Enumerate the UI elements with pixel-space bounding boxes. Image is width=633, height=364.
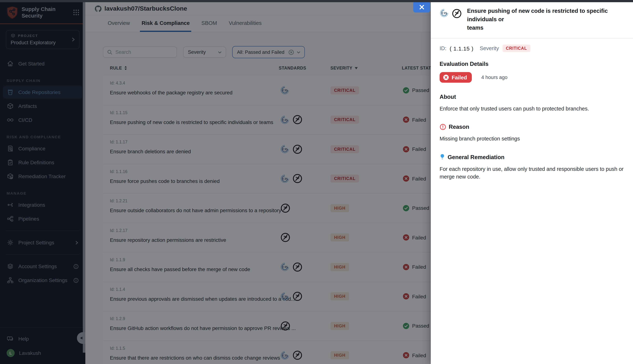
about-heading: About	[440, 94, 624, 100]
failed-status-badge: Failed	[440, 72, 472, 83]
alert-circle-icon	[440, 124, 446, 130]
remediation-text: For each repository in use, allow only t…	[440, 165, 624, 181]
rule-detail-drawer: CIS Ensure pushing of new code is restri…	[431, 0, 633, 364]
id-label: ID:	[440, 45, 446, 51]
drawer-header: CIS Ensure pushing of new code is restri…	[440, 6, 624, 32]
reason-heading: Reason	[440, 124, 624, 130]
rule-id-row: ID: ( 1.1.15 ) Severity CRITICAL	[440, 45, 624, 52]
id-value: ( 1.1.15 )	[450, 45, 474, 52]
drawer-title: Ensure pushing of new code is restricted…	[467, 6, 624, 32]
divider	[431, 38, 633, 38]
owasp-standard-icon	[452, 8, 462, 19]
cis-standard-icon: CIS	[440, 8, 449, 18]
app-root: Supply Chain Security PROJECT Product Ex…	[0, 0, 633, 364]
severity-label: Severity	[480, 45, 499, 51]
evaluation-status-row: Failed 4 hours ago	[440, 72, 624, 83]
reason-text: Missing branch protection settings	[440, 135, 624, 143]
svg-text:CIS: CIS	[442, 11, 447, 15]
evaluation-details-heading: Evaluation Details	[440, 61, 624, 67]
close-icon	[419, 4, 425, 10]
top-strip	[0, 0, 633, 2]
failed-circle-icon	[443, 74, 449, 80]
lightbulb-icon	[440, 154, 445, 160]
severity-badge: CRITICAL	[503, 45, 530, 52]
drawer-close-button[interactable]	[413, 2, 430, 12]
remediation-heading: General Remediation	[440, 154, 624, 160]
evaluation-time: 4 hours ago	[481, 75, 508, 80]
drawer-standards-icons: CIS	[440, 6, 462, 32]
about-text: Enforce that only trusted users can push…	[440, 105, 624, 113]
